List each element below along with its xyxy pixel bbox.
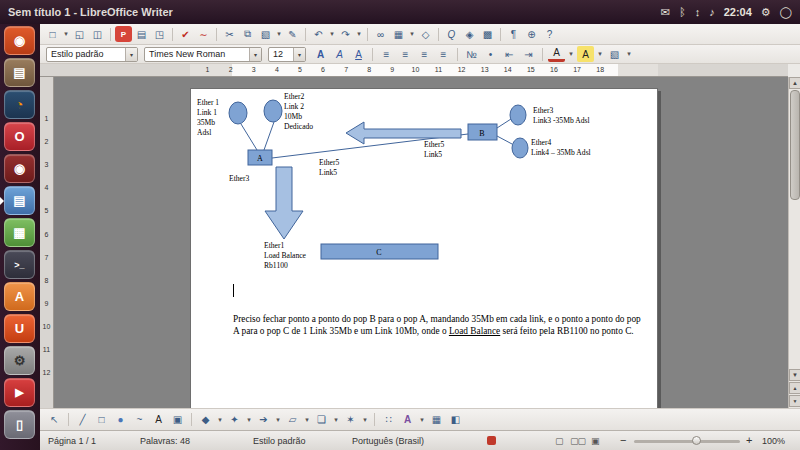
scroll-down-button[interactable]: ▼ [789, 369, 800, 381]
scroll-up-button[interactable]: ▲ [789, 77, 800, 89]
clock[interactable]: 22:04 [724, 6, 752, 18]
launcher-firefox[interactable]: ◔ [4, 90, 35, 119]
page[interactable]: A B C Ether 1 Link 1 35Mb Adsl Ether2 Li… [190, 88, 658, 408]
label-ether2[interactable]: Dedicado [284, 122, 313, 131]
stars-shapes-button[interactable]: ✶ [342, 411, 359, 428]
label-ether3-right[interactable]: Link3 -35Mb Adsl [533, 116, 590, 125]
underline-button[interactable]: A [350, 46, 367, 62]
view-book-button[interactable]: ▣ [591, 436, 600, 446]
label-ether2[interactable]: 10Mb [284, 112, 302, 121]
background-color-button[interactable]: ▧ [606, 46, 623, 62]
launcher-youtube[interactable]: ▶ [4, 378, 35, 407]
label-ether1[interactable]: Link 1 [197, 108, 217, 117]
node-a-label[interactable]: A [257, 154, 263, 163]
symbol-shapes-dropdown[interactable]: ▾ [245, 411, 253, 428]
link-line-b-ellipse4[interactable] [497, 136, 512, 144]
symbol-shapes-button[interactable]: ✦ [226, 411, 243, 428]
align-center-button[interactable]: ≡ [397, 46, 414, 62]
font-size-combo[interactable]: 12 ▾ [268, 47, 306, 62]
label-ether5-b[interactable]: Ether5 [424, 140, 444, 149]
label-ether1[interactable]: Adsl [197, 128, 211, 137]
next-page-button[interactable]: ▼ [789, 395, 800, 407]
label-ether5-b[interactable]: Link5 [424, 150, 442, 159]
label-ether1-c[interactable]: Load Balance [264, 251, 307, 260]
callout-shapes-dropdown[interactable]: ▾ [332, 411, 340, 428]
extrusion-button[interactable]: ◧ [447, 411, 464, 428]
numbering-button[interactable]: № [463, 46, 480, 62]
justify-button[interactable]: ≡ [435, 46, 452, 62]
align-right-button[interactable]: ≡ [416, 46, 433, 62]
zoom-slider-handle[interactable] [692, 436, 701, 445]
label-ether5-mid[interactable]: Link5 [319, 168, 337, 177]
horizontal-ruler[interactable]: 123456789101112131415161718 [40, 64, 788, 77]
highlighting-dropdown[interactable]: ▾ [596, 46, 604, 62]
launcher-ubuntu-one[interactable]: U [4, 314, 35, 343]
language-field[interactable]: Português (Brasil) [352, 436, 424, 446]
show-draw-functions-button[interactable]: ◇ [417, 26, 434, 42]
word-count-field[interactable]: Palavras: 48 [140, 436, 190, 446]
ellipse-tool-button[interactable]: ● [112, 411, 129, 428]
redo-button[interactable]: ↷ [337, 26, 354, 42]
zoom-button[interactable]: ⊕ [523, 26, 540, 42]
basic-shapes-button[interactable]: ◆ [197, 411, 214, 428]
label-ether2[interactable]: Ether2 [284, 92, 304, 101]
format-paintbrush-button[interactable]: ✎ [284, 26, 301, 42]
launcher-dash[interactable]: ◉ [4, 26, 35, 55]
label-ether1[interactable]: Ether 1 [197, 98, 219, 107]
node-b-label[interactable]: B [479, 129, 484, 138]
increase-indent-button[interactable]: ⇥ [520, 46, 537, 62]
ellipse-pop-right-2[interactable] [512, 138, 528, 158]
find-replace-button[interactable]: Q [443, 26, 460, 42]
ellipse-pop-right-1[interactable] [510, 105, 526, 125]
chevron-down-icon[interactable]: ▾ [249, 48, 261, 61]
launcher-software-center[interactable]: A [4, 282, 35, 311]
chevron-down-icon[interactable]: ▾ [125, 48, 137, 61]
export-pdf-button[interactable]: P [115, 26, 132, 42]
flowchart-shapes-dropdown[interactable]: ▾ [303, 411, 311, 428]
paragraph-style-combo[interactable]: Estilo padrão ▾ [46, 47, 138, 62]
paste-dropdown[interactable]: ▾ [275, 26, 283, 42]
bluetooth-icon[interactable]: ᛒ [679, 6, 686, 18]
bullets-button[interactable]: • [482, 46, 499, 62]
launcher-libreoffice-calc[interactable]: ▦ [4, 218, 35, 247]
label-ether1-c[interactable]: Rb1100 [264, 261, 288, 270]
cut-button[interactable]: ✂ [221, 26, 238, 42]
undo-button[interactable]: ↶ [310, 26, 327, 42]
table-dropdown[interactable]: ▾ [408, 26, 416, 42]
launcher-libreoffice-writer[interactable]: ▤ [4, 186, 35, 215]
power-menu-icon[interactable]: ◯ [780, 6, 792, 19]
block-arrow-down[interactable] [265, 167, 303, 239]
line-tool-button[interactable]: ╱ [74, 411, 91, 428]
background-color-dropdown[interactable]: ▾ [625, 46, 633, 62]
launcher-opera[interactable]: O [4, 122, 35, 151]
font-color-dropdown[interactable]: ▾ [567, 46, 575, 62]
vertical-scrollbar[interactable]: ▲ ▼ ▲ ● ▼ [788, 77, 800, 408]
label-ether5-mid[interactable]: Ether5 [319, 158, 339, 167]
network-icon[interactable]: ↕ [695, 6, 701, 18]
chevron-down-icon[interactable]: ▾ [293, 48, 305, 61]
zoom-in-button[interactable]: + [746, 434, 752, 446]
italic-button[interactable]: A [331, 46, 348, 62]
autospellcheck-button[interactable]: ∼ [195, 26, 212, 42]
session-menu-icon[interactable]: ⚙ [761, 6, 771, 19]
node-c-label[interactable]: C [376, 248, 381, 257]
launcher-trash[interactable]: ▯ [4, 410, 35, 439]
align-left-button[interactable]: ≡ [378, 46, 395, 62]
print-button[interactable]: ▤ [133, 26, 150, 42]
paragraph-text[interactable]: Preciso fechar ponto a ponto do pop B pa… [233, 313, 645, 338]
redo-dropdown[interactable]: ▾ [355, 26, 363, 42]
label-ether1-c[interactable]: Ether1 [264, 241, 284, 250]
zoom-level[interactable]: 100% [762, 436, 785, 446]
mail-indicator-icon[interactable]: ✉ [661, 6, 670, 19]
insert-image-button[interactable]: ▦ [428, 411, 445, 428]
label-ether3-right[interactable]: Ether3 [533, 106, 553, 115]
insert-table-button[interactable]: ▦ [390, 26, 407, 42]
block-arrows-dropdown[interactable]: ▾ [274, 411, 282, 428]
text-box-button[interactable]: A [150, 411, 167, 428]
paste-button[interactable]: ▧ [257, 26, 274, 42]
zoom-out-button[interactable]: − [620, 434, 626, 446]
view-multi-page-button[interactable]: ▢▢ [570, 436, 585, 446]
label-ether3-below-a[interactable]: Ether3 [229, 174, 249, 183]
label-ether1[interactable]: 35Mb [197, 118, 215, 127]
spelling-button[interactable]: ✔ [177, 26, 194, 42]
